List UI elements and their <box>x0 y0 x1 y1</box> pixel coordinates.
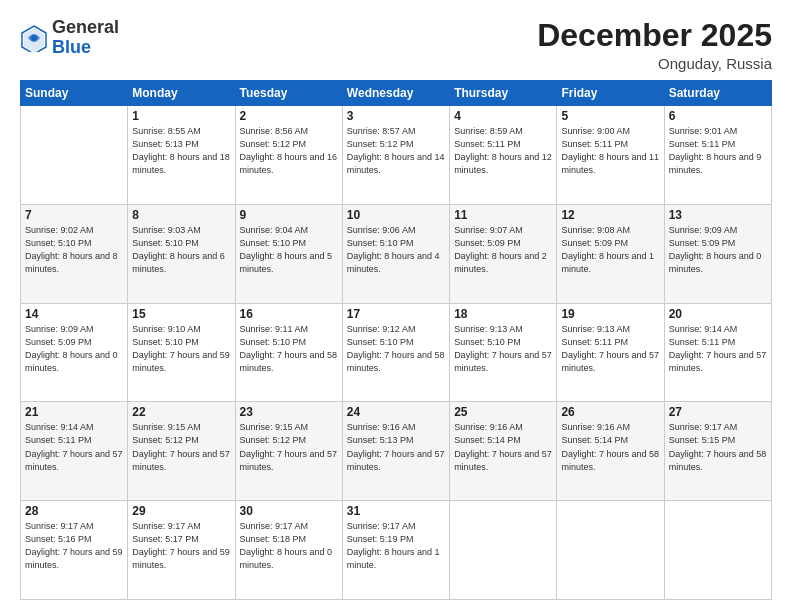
day-number: 16 <box>240 307 338 321</box>
day-number: 28 <box>25 504 123 518</box>
table-row: 31Sunrise: 9:17 AMSunset: 5:19 PMDayligh… <box>342 501 449 600</box>
col-tuesday: Tuesday <box>235 81 342 106</box>
calendar-week-row: 1Sunrise: 8:55 AMSunset: 5:13 PMDaylight… <box>21 106 772 205</box>
table-row: 30Sunrise: 9:17 AMSunset: 5:18 PMDayligh… <box>235 501 342 600</box>
day-info: Sunrise: 8:57 AMSunset: 5:12 PMDaylight:… <box>347 125 445 177</box>
calendar-week-row: 7Sunrise: 9:02 AMSunset: 5:10 PMDaylight… <box>21 204 772 303</box>
table-row <box>557 501 664 600</box>
logo-general-text: General <box>52 17 119 37</box>
day-info: Sunrise: 9:09 AMSunset: 5:09 PMDaylight:… <box>25 323 123 375</box>
col-wednesday: Wednesday <box>342 81 449 106</box>
day-info: Sunrise: 9:07 AMSunset: 5:09 PMDaylight:… <box>454 224 552 276</box>
calendar-week-row: 28Sunrise: 9:17 AMSunset: 5:16 PMDayligh… <box>21 501 772 600</box>
table-row: 7Sunrise: 9:02 AMSunset: 5:10 PMDaylight… <box>21 204 128 303</box>
table-row: 9Sunrise: 9:04 AMSunset: 5:10 PMDaylight… <box>235 204 342 303</box>
day-info: Sunrise: 9:16 AMSunset: 5:14 PMDaylight:… <box>454 421 552 473</box>
day-info: Sunrise: 9:00 AMSunset: 5:11 PMDaylight:… <box>561 125 659 177</box>
day-info: Sunrise: 8:55 AMSunset: 5:13 PMDaylight:… <box>132 125 230 177</box>
day-number: 12 <box>561 208 659 222</box>
day-info: Sunrise: 9:14 AMSunset: 5:11 PMDaylight:… <box>669 323 767 375</box>
day-number: 18 <box>454 307 552 321</box>
day-number: 13 <box>669 208 767 222</box>
table-row: 18Sunrise: 9:13 AMSunset: 5:10 PMDayligh… <box>450 303 557 402</box>
day-info: Sunrise: 9:02 AMSunset: 5:10 PMDaylight:… <box>25 224 123 276</box>
table-row: 23Sunrise: 9:15 AMSunset: 5:12 PMDayligh… <box>235 402 342 501</box>
day-number: 6 <box>669 109 767 123</box>
day-info: Sunrise: 9:09 AMSunset: 5:09 PMDaylight:… <box>669 224 767 276</box>
table-row: 2Sunrise: 8:56 AMSunset: 5:12 PMDaylight… <box>235 106 342 205</box>
day-number: 14 <box>25 307 123 321</box>
day-number: 2 <box>240 109 338 123</box>
day-info: Sunrise: 9:17 AMSunset: 5:18 PMDaylight:… <box>240 520 338 572</box>
day-number: 27 <box>669 405 767 419</box>
day-info: Sunrise: 9:04 AMSunset: 5:10 PMDaylight:… <box>240 224 338 276</box>
table-row: 1Sunrise: 8:55 AMSunset: 5:13 PMDaylight… <box>128 106 235 205</box>
table-row: 22Sunrise: 9:15 AMSunset: 5:12 PMDayligh… <box>128 402 235 501</box>
day-info: Sunrise: 9:01 AMSunset: 5:11 PMDaylight:… <box>669 125 767 177</box>
day-number: 31 <box>347 504 445 518</box>
table-row: 24Sunrise: 9:16 AMSunset: 5:13 PMDayligh… <box>342 402 449 501</box>
table-row: 16Sunrise: 9:11 AMSunset: 5:10 PMDayligh… <box>235 303 342 402</box>
day-number: 11 <box>454 208 552 222</box>
table-row: 27Sunrise: 9:17 AMSunset: 5:15 PMDayligh… <box>664 402 771 501</box>
table-row: 19Sunrise: 9:13 AMSunset: 5:11 PMDayligh… <box>557 303 664 402</box>
table-row: 12Sunrise: 9:08 AMSunset: 5:09 PMDayligh… <box>557 204 664 303</box>
day-number: 5 <box>561 109 659 123</box>
header: General Blue December 2025 Onguday, Russ… <box>20 18 772 72</box>
table-row <box>21 106 128 205</box>
logo: General Blue <box>20 18 119 58</box>
day-number: 4 <box>454 109 552 123</box>
day-info: Sunrise: 9:08 AMSunset: 5:09 PMDaylight:… <box>561 224 659 276</box>
table-row: 10Sunrise: 9:06 AMSunset: 5:10 PMDayligh… <box>342 204 449 303</box>
day-info: Sunrise: 9:16 AMSunset: 5:14 PMDaylight:… <box>561 421 659 473</box>
day-number: 21 <box>25 405 123 419</box>
table-row <box>450 501 557 600</box>
calendar-week-row: 21Sunrise: 9:14 AMSunset: 5:11 PMDayligh… <box>21 402 772 501</box>
table-row: 6Sunrise: 9:01 AMSunset: 5:11 PMDaylight… <box>664 106 771 205</box>
table-row: 13Sunrise: 9:09 AMSunset: 5:09 PMDayligh… <box>664 204 771 303</box>
day-number: 23 <box>240 405 338 419</box>
calendar-table: Sunday Monday Tuesday Wednesday Thursday… <box>20 80 772 600</box>
day-info: Sunrise: 9:11 AMSunset: 5:10 PMDaylight:… <box>240 323 338 375</box>
table-row: 28Sunrise: 9:17 AMSunset: 5:16 PMDayligh… <box>21 501 128 600</box>
table-row: 25Sunrise: 9:16 AMSunset: 5:14 PMDayligh… <box>450 402 557 501</box>
logo-text: General Blue <box>52 18 119 58</box>
calendar-header-row: Sunday Monday Tuesday Wednesday Thursday… <box>21 81 772 106</box>
day-info: Sunrise: 9:17 AMSunset: 5:19 PMDaylight:… <box>347 520 445 572</box>
day-number: 29 <box>132 504 230 518</box>
day-info: Sunrise: 9:13 AMSunset: 5:11 PMDaylight:… <box>561 323 659 375</box>
day-number: 8 <box>132 208 230 222</box>
table-row: 4Sunrise: 8:59 AMSunset: 5:11 PMDaylight… <box>450 106 557 205</box>
day-info: Sunrise: 9:17 AMSunset: 5:15 PMDaylight:… <box>669 421 767 473</box>
page: General Blue December 2025 Onguday, Russ… <box>0 0 792 612</box>
table-row: 5Sunrise: 9:00 AMSunset: 5:11 PMDaylight… <box>557 106 664 205</box>
table-row: 20Sunrise: 9:14 AMSunset: 5:11 PMDayligh… <box>664 303 771 402</box>
day-info: Sunrise: 9:15 AMSunset: 5:12 PMDaylight:… <box>132 421 230 473</box>
col-thursday: Thursday <box>450 81 557 106</box>
table-row: 3Sunrise: 8:57 AMSunset: 5:12 PMDaylight… <box>342 106 449 205</box>
day-number: 7 <box>25 208 123 222</box>
day-info: Sunrise: 9:16 AMSunset: 5:13 PMDaylight:… <box>347 421 445 473</box>
day-info: Sunrise: 9:06 AMSunset: 5:10 PMDaylight:… <box>347 224 445 276</box>
day-number: 15 <box>132 307 230 321</box>
day-number: 24 <box>347 405 445 419</box>
month-title: December 2025 <box>537 18 772 53</box>
col-friday: Friday <box>557 81 664 106</box>
day-number: 10 <box>347 208 445 222</box>
table-row: 26Sunrise: 9:16 AMSunset: 5:14 PMDayligh… <box>557 402 664 501</box>
day-info: Sunrise: 9:14 AMSunset: 5:11 PMDaylight:… <box>25 421 123 473</box>
day-number: 17 <box>347 307 445 321</box>
day-info: Sunrise: 9:10 AMSunset: 5:10 PMDaylight:… <box>132 323 230 375</box>
day-info: Sunrise: 9:12 AMSunset: 5:10 PMDaylight:… <box>347 323 445 375</box>
table-row <box>664 501 771 600</box>
col-saturday: Saturday <box>664 81 771 106</box>
table-row: 14Sunrise: 9:09 AMSunset: 5:09 PMDayligh… <box>21 303 128 402</box>
day-info: Sunrise: 8:56 AMSunset: 5:12 PMDaylight:… <box>240 125 338 177</box>
day-number: 19 <box>561 307 659 321</box>
day-number: 25 <box>454 405 552 419</box>
day-info: Sunrise: 9:03 AMSunset: 5:10 PMDaylight:… <box>132 224 230 276</box>
location: Onguday, Russia <box>537 55 772 72</box>
day-info: Sunrise: 8:59 AMSunset: 5:11 PMDaylight:… <box>454 125 552 177</box>
day-number: 20 <box>669 307 767 321</box>
table-row: 8Sunrise: 9:03 AMSunset: 5:10 PMDaylight… <box>128 204 235 303</box>
